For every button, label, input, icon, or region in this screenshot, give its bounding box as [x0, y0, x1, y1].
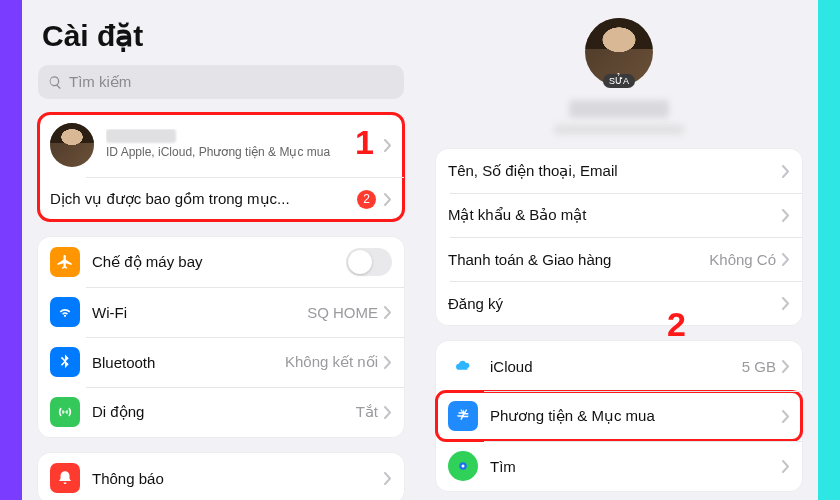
chevron-right-icon	[384, 306, 392, 319]
subscriptions-row[interactable]: Đăng ký	[436, 281, 802, 325]
chevron-right-icon	[782, 209, 790, 222]
media-purchases-row[interactable]: Phương tiện & Mục mua	[436, 391, 802, 441]
airplane-icon	[50, 247, 80, 277]
edit-avatar-button[interactable]: SỬA	[603, 74, 635, 88]
chevron-right-icon	[384, 139, 392, 152]
row-value: 5 GB	[742, 358, 776, 375]
row-label: Tìm	[490, 458, 782, 475]
row-label: Tên, Số điện thoại, Email	[448, 162, 782, 180]
profile-header: SỬA	[432, 14, 806, 149]
wifi-row[interactable]: Wi-Fi SQ HOME	[38, 287, 404, 337]
services-group: iCloud 5 GB Phương tiện & Mục mua Tìm	[436, 341, 802, 491]
search-placeholder: Tìm kiếm	[69, 73, 131, 91]
page-title: Cài đặt	[42, 18, 404, 53]
connectivity-group: Chế độ máy bay Wi-Fi SQ HOME Bluetooth K…	[38, 237, 404, 437]
profile-email-blurred	[554, 124, 684, 135]
row-value: Không Có	[709, 251, 776, 268]
search-input[interactable]: Tìm kiếm	[38, 65, 404, 99]
chevron-right-icon	[782, 410, 790, 423]
apple-id-group: ID Apple, iCloud, Phương tiện & Mục mua …	[38, 113, 404, 221]
included-services-row[interactable]: Dịch vụ được bao gồm trong mục... 2	[38, 177, 404, 221]
chevron-right-icon	[782, 165, 790, 178]
row-label: Mật khẩu & Bảo mật	[448, 206, 782, 224]
row-label: iCloud	[490, 358, 742, 375]
row-label: Chế độ máy bay	[92, 253, 346, 271]
icloud-icon	[448, 351, 478, 381]
chevron-right-icon	[782, 360, 790, 373]
row-value: SQ HOME	[307, 304, 378, 321]
notifications-row[interactable]: Thông báo	[38, 453, 404, 500]
row-label: Wi-Fi	[92, 304, 307, 321]
row-value: Không kết nối	[285, 353, 378, 371]
avatar	[50, 123, 94, 167]
notification-icon	[50, 463, 80, 493]
row-label: Thông báo	[92, 470, 384, 487]
profile-name-blurred	[569, 100, 669, 118]
profile-subtitle: ID Apple, iCloud, Phương tiện & Mục mua	[106, 145, 384, 161]
account-info-group: Tên, Số điện thoại, Email Mật khẩu & Bảo…	[436, 149, 802, 325]
row-label: Bluetooth	[92, 354, 285, 371]
find-my-row[interactable]: Tìm	[436, 441, 802, 491]
airplane-mode-row[interactable]: Chế độ máy bay	[38, 237, 404, 287]
wifi-icon	[50, 297, 80, 327]
chevron-right-icon	[782, 460, 790, 473]
decorative-left-edge	[0, 0, 22, 500]
appstore-icon	[448, 401, 478, 431]
apple-id-panel: SỬA Tên, Số điện thoại, Email Mật khẩu &…	[420, 0, 818, 500]
bluetooth-icon	[50, 347, 80, 377]
name-phone-email-row[interactable]: Tên, Số điện thoại, Email	[436, 149, 802, 193]
chevron-right-icon	[384, 356, 392, 369]
status-badge: 2	[357, 190, 376, 209]
bluetooth-row[interactable]: Bluetooth Không kết nối	[38, 337, 404, 387]
icloud-row[interactable]: iCloud 5 GB	[436, 341, 802, 391]
password-security-row[interactable]: Mật khẩu & Bảo mật	[436, 193, 802, 237]
decorative-right-edge	[818, 0, 840, 500]
row-label: Phương tiện & Mục mua	[490, 407, 782, 425]
settings-root-panel: Cài đặt Tìm kiếm ID Apple, iCloud, Phươn…	[22, 0, 420, 500]
chevron-right-icon	[782, 297, 790, 310]
chevron-right-icon	[782, 253, 790, 266]
row-label: Đăng ký	[448, 295, 782, 312]
notifications-group: Thông báo	[38, 453, 404, 500]
cellular-row[interactable]: Di động Tắt	[38, 387, 404, 437]
svg-point-1	[462, 465, 465, 468]
airplane-switch[interactable]	[346, 248, 392, 276]
row-label: Thanh toán & Giao hàng	[448, 251, 709, 268]
row-label: Di động	[92, 403, 356, 421]
findmy-icon	[448, 451, 478, 481]
cellular-icon	[50, 397, 80, 427]
search-icon	[48, 75, 63, 90]
chevron-right-icon	[384, 472, 392, 485]
row-label: Dịch vụ được bao gồm trong mục...	[50, 190, 357, 208]
payment-shipping-row[interactable]: Thanh toán & Giao hàng Không Có	[436, 237, 802, 281]
row-value: Tắt	[356, 403, 378, 421]
chevron-right-icon	[384, 406, 392, 419]
chevron-right-icon	[384, 193, 392, 206]
apple-id-row[interactable]: ID Apple, iCloud, Phương tiện & Mục mua	[38, 113, 404, 177]
profile-name-blurred	[106, 129, 176, 143]
